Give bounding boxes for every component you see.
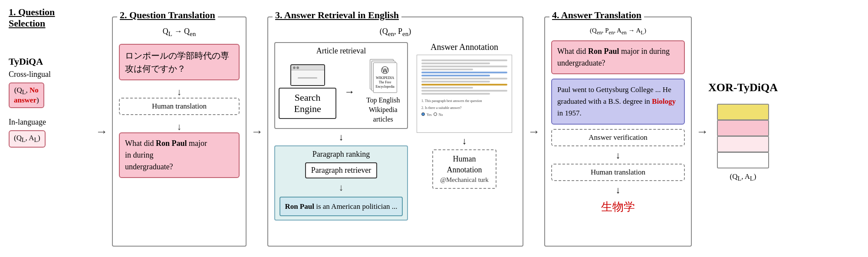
arrow-down-paragraph: ↓ (339, 132, 344, 143)
paragraph-ranking-section: Paragraph ranking Paragraph retriever ↓ … (274, 145, 408, 221)
arrow-icon-3-4: → (528, 125, 540, 138)
stack-item-3 (717, 136, 769, 152)
japanese-text: ロンポールの学部時代の専攻は何ですか？ (125, 51, 229, 73)
human-translation-box-s4: Human translation (551, 164, 685, 181)
no-answer-text: Noanswer (14, 86, 39, 104)
arrow-icon-1-2: → (95, 125, 108, 138)
radio-yes (421, 112, 425, 116)
ron-paul-rest: is an American politician ... (314, 202, 398, 211)
human-annotation-box: HumanAnnotation @Mechanical turk (432, 149, 496, 189)
line7 (421, 78, 507, 79)
wikipedia-container: Ⓦ WIKIPEDIA The Free Encyclopedia Top En… (362, 59, 404, 125)
english-question-box: What did Ron Paul majorin duringundergra… (119, 132, 240, 178)
section3-heading: 3. Answer Retrieval in English (273, 10, 401, 21)
search-engine-container: Search Engine (279, 64, 336, 119)
browser-icon (290, 64, 325, 86)
stack-label: (QL, AL) (730, 172, 756, 182)
section3: 3. Answer Retrieval in English (Qen, Pen… (267, 16, 523, 247)
article-retrieval-content: Search Engine → Ⓦ WIKIPEDIA (279, 59, 404, 125)
human-annotation-text: HumanAnnotation (440, 154, 489, 175)
browser-dot-1 (293, 66, 296, 69)
arrow-annotation-down: ↓ (462, 135, 467, 147)
answer-annotation-title: Answer Annotation (431, 42, 498, 52)
line8 (421, 81, 490, 82)
section1-content: TyDiQA Cross-lingual (QL, Noanswer) In-l… (9, 50, 51, 148)
line6-blue (421, 75, 490, 76)
annotation-text1: 1. This paragraph best answers the quest… (421, 99, 507, 103)
question-ron-paul: Ron Paul (588, 47, 619, 56)
s3-right: Answer Annotation (412, 42, 516, 237)
question-box: What did Ron Paul major in during underg… (551, 40, 685, 74)
line10 (421, 87, 473, 89)
section2-heading: 2. Question Translation (117, 10, 218, 21)
line3 (421, 66, 507, 67)
arrow-retriever-down: ↓ (339, 182, 344, 193)
mechanical-turk-text: @Mechanical turk (440, 175, 489, 185)
browser-content (291, 70, 324, 85)
arrow-icon-2-3: → (251, 125, 263, 138)
arrow-verification-down: ↓ (551, 150, 685, 161)
ron-paul-name: Ron Paul (285, 202, 314, 211)
answer-verification-box: Answer verification (551, 129, 685, 146)
wiki-sub: The Free (375, 80, 395, 85)
stack-item-1 (717, 104, 769, 120)
arrow-4-5: → (696, 16, 708, 247)
wiki-pages-icon: Ⓦ WIKIPEDIA The Free Encyclopedia (368, 59, 398, 94)
annotation-radios: Yes No (421, 112, 507, 117)
japanese-question-box: ロンポールの学部時代の専攻は何ですか？ (119, 44, 240, 80)
paragraph-retriever-box: Paragraph retriever (305, 162, 377, 178)
browser-line (298, 77, 318, 79)
main-container: 1. QuestionSelection TyDiQA Cross-lingua… (0, 0, 868, 257)
answer-box: Paul went to Gettysburg College ... He g… (551, 79, 685, 125)
tydiqa-label: TyDiQA (9, 56, 43, 67)
annotation-doc: 1. This paragraph best answers the quest… (417, 55, 512, 133)
radio-yes-label: Yes (427, 112, 432, 117)
section4: 4. Answer Translation (Qen, Pen, Aen → A… (544, 16, 692, 247)
section2: 2. Question Translation QL → Qen ロンポールの学… (112, 16, 247, 247)
section4-formula: (Qen, Pen, Aen → AL) (551, 27, 685, 36)
cross-lingual-label: Cross-lingual (9, 70, 51, 79)
ron-paul-bold: Ron Paul (156, 139, 187, 148)
line5-blue (421, 72, 507, 73)
line11 (421, 90, 507, 92)
line12 (421, 93, 490, 95)
ql-al-box: (QL, AL) (9, 130, 46, 147)
annotation-text2: 2. Is there a suitable answer? (421, 105, 507, 110)
arrow-1-2: → (95, 16, 108, 247)
radio-no-label: No (439, 112, 443, 117)
stack-container (717, 104, 769, 168)
wiki-name: WIKIPEDIA (375, 76, 395, 80)
section1: 1. QuestionSelection TyDiQA Cross-lingua… (9, 4, 95, 148)
section1-heading: 1. QuestionSelection (9, 7, 55, 29)
arrow-search-to-wiki: → (344, 86, 355, 98)
stack-item-2 (717, 120, 769, 136)
browser-bar (291, 65, 324, 70)
in-language-label: In-language (9, 118, 46, 127)
search-engine-box: Search Engine (279, 88, 336, 119)
section3-inner: Article retrieval (274, 42, 516, 237)
top-english-label: Top EnglishWikipedia articles (362, 96, 404, 125)
arrow-icon-4-5: → (696, 125, 708, 138)
human-translation-box: Human translation (119, 98, 240, 115)
article-retrieval-title: Article retrieval (316, 46, 366, 56)
line1 (421, 59, 507, 61)
ql-no-answer-box: (QL, Noanswer) (9, 82, 44, 108)
arrow-2-3: → (251, 16, 263, 247)
section2-formula: QL → Qen (119, 27, 240, 38)
ron-paul-box: Ron Paul is an American politician ... (279, 197, 402, 217)
line2 (421, 63, 490, 64)
arrow-translation-down: ↓ (551, 185, 685, 196)
xor-label: XOR-TyDiQA (708, 80, 778, 95)
wiki-page-front: Ⓦ WIKIPEDIA The Free Encyclopedia (373, 63, 397, 93)
browser-dot-2 (296, 66, 299, 69)
answer-biology: Biology (652, 97, 676, 105)
fake-doc-content: 1. This paragraph best answers the quest… (420, 58, 509, 119)
section4-heading: 4. Answer Translation (549, 10, 644, 21)
down-arrow-s2: ↓ (119, 86, 240, 98)
arrow-3-4: → (528, 16, 540, 247)
wiki-symbol: Ⓦ (375, 66, 395, 76)
radio-no (434, 112, 437, 116)
down-arrow-s2-2: ↓ (119, 121, 240, 132)
line4 (421, 69, 473, 70)
section5: XOR-TyDiQA (QL, AL) (708, 16, 778, 247)
